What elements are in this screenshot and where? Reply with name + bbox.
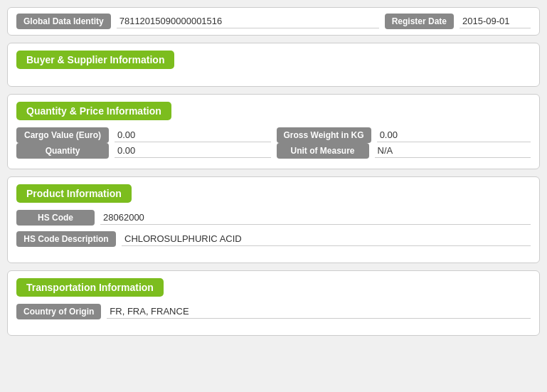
- quantity-price-section: Quantity & Price Information Cargo Value…: [7, 94, 540, 169]
- gross-weight-col: Gross Weight in KG: [277, 127, 531, 143]
- gross-weight-value[interactable]: [377, 128, 531, 142]
- product-section: Product Information HS Code HS Code Desc…: [7, 176, 540, 263]
- product-header: Product Information: [16, 184, 132, 203]
- transport-header: Transportation Information: [16, 278, 164, 297]
- hs-code-row: HS Code: [16, 210, 531, 226]
- country-origin-label: Country of Origin: [16, 304, 101, 319]
- cargo-label: Cargo Value (Euro): [16, 127, 109, 143]
- cargo-gross-row: Cargo Value (Euro) Gross Weight in KG: [16, 127, 531, 143]
- gdi-value[interactable]: [117, 14, 379, 28]
- gdi-label: Global Data Identity: [16, 14, 111, 29]
- country-origin-value[interactable]: [107, 304, 531, 319]
- unit-measure-col: Unit of Measure: [277, 143, 531, 159]
- hs-code-label: HS Code: [16, 210, 95, 226]
- buyer-supplier-section: Buyer & Supplier Information: [7, 43, 540, 87]
- unit-measure-label: Unit of Measure: [277, 143, 369, 159]
- gross-weight-label: Gross Weight in KG: [277, 127, 371, 143]
- transport-section: Transportation Information Country of Or…: [7, 270, 540, 336]
- hs-desc-label: HS Code Description: [16, 231, 116, 247]
- country-origin-row: Country of Origin: [16, 304, 531, 319]
- hs-desc-row: HS Code Description: [16, 231, 531, 247]
- quantity-value[interactable]: [115, 144, 271, 158]
- hs-code-value[interactable]: [100, 211, 531, 225]
- cargo-col: Cargo Value (Euro): [16, 127, 271, 143]
- quantity-label: Quantity: [16, 143, 109, 159]
- register-date-label: Register Date: [385, 14, 454, 29]
- quantity-price-header: Quantity & Price Information: [16, 102, 171, 120]
- quantity-unit-row: Quantity Unit of Measure: [16, 143, 531, 159]
- register-date-value[interactable]: [460, 14, 531, 28]
- cargo-value[interactable]: [115, 128, 271, 142]
- unit-measure-value[interactable]: [375, 144, 531, 158]
- page-wrapper: Global Data Identity Register Date Buyer…: [7, 7, 540, 336]
- hs-desc-value[interactable]: [122, 232, 531, 246]
- quantity-col: Quantity: [16, 143, 271, 159]
- top-bar: Global Data Identity Register Date: [7, 7, 540, 36]
- buyer-supplier-header: Buyer & Supplier Information: [16, 51, 174, 69]
